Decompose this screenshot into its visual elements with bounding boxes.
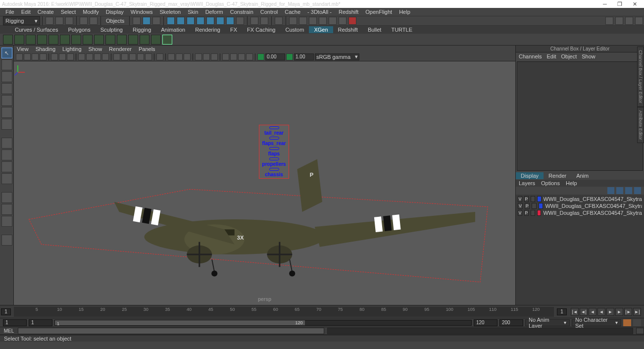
snap-live-icon[interactable]: [216, 17, 224, 25]
layer-playback[interactable]: P: [524, 210, 529, 216]
step-forward-key-icon[interactable]: |►: [624, 308, 632, 316]
msaa-icon[interactable]: [238, 53, 245, 60]
rig-control-ui[interactable]: tail_rearflaps_rearflapspropellerschassi…: [259, 125, 289, 179]
construction-history-icon[interactable]: [275, 17, 283, 25]
ipr-render-icon[interactable]: [299, 17, 307, 25]
shelf-icon-14[interactable]: [162, 35, 172, 45]
rig-control-icon[interactable]: [269, 137, 279, 140]
menu-openflight[interactable]: OpenFlight: [362, 8, 396, 15]
snap-center-icon[interactable]: [226, 17, 234, 25]
shelf-icon-10[interactable]: [117, 35, 127, 45]
shaded-icon[interactable]: [121, 53, 128, 60]
camera-attr-icon[interactable]: [32, 53, 39, 60]
shelf-tab-fx-caching[interactable]: FX Caching: [242, 26, 280, 33]
shelf-tab-rigging[interactable]: Rigging: [128, 26, 156, 33]
rig-control-flaps-rear[interactable]: flaps_rear: [262, 141, 286, 146]
layer-type[interactable]: [532, 203, 537, 209]
shelf-tab-animation[interactable]: Animation: [156, 26, 190, 33]
component-editor-icon[interactable]: [1, 216, 12, 227]
outliner-icon[interactable]: [1, 192, 12, 203]
exposure-toggle-icon[interactable]: [257, 53, 264, 60]
shelf-icon-13[interactable]: [151, 35, 161, 45]
shelf-tab-redshift[interactable]: Redshift: [333, 26, 363, 33]
bookmark-icon[interactable]: [40, 53, 47, 60]
layer-menu-help[interactable]: Help: [566, 180, 577, 186]
render-view-icon[interactable]: [319, 17, 327, 25]
layer-menu-options[interactable]: Options: [541, 180, 560, 186]
render-frame-icon[interactable]: [289, 17, 297, 25]
layer-row[interactable]: VPWWII_Douglas_CFBXASC04547_Skytrain_Rig…: [517, 209, 643, 216]
step-back-icon[interactable]: ◄: [589, 308, 596, 316]
render-settings-icon[interactable]: [309, 17, 317, 25]
shelf-icon-12[interactable]: [140, 35, 149, 45]
grid-icon[interactable]: [78, 53, 85, 60]
snap-plane-icon[interactable]: [197, 17, 204, 25]
auto-key-icon[interactable]: [623, 319, 631, 326]
time-slider[interactable]: 1 51015202530354045505560657075808590951…: [0, 305, 644, 318]
rig-control-chassis[interactable]: chassis: [265, 172, 283, 177]
step-forward-icon[interactable]: ►: [615, 308, 623, 316]
range-start-b[interactable]: 1: [29, 319, 52, 326]
move-layer-up-icon[interactable]: [607, 187, 614, 194]
shelf-icon-11[interactable]: [128, 35, 138, 45]
minimize-button[interactable]: ─: [597, 0, 612, 7]
menu-edit[interactable]: Edit: [18, 8, 34, 15]
side-tab-channel-box-layer-editor[interactable]: Channel Box / Layer Editor: [637, 47, 644, 107]
shelf-tab-polygons[interactable]: Polygons: [63, 26, 95, 33]
rig-control-propellers[interactable]: propellers: [262, 161, 286, 167]
rig-control-icon[interactable]: [269, 157, 279, 160]
ao-icon[interactable]: [222, 53, 229, 60]
shelf-tab-curves-surfaces[interactable]: Curves / Surfaces: [10, 26, 63, 33]
channel-menu-show[interactable]: Show: [582, 53, 595, 59]
expand-toolbox-icon[interactable]: [1, 235, 12, 246]
command-input[interactable]: [18, 328, 324, 334]
menu-file[interactable]: File: [2, 8, 18, 15]
layer-visibility[interactable]: V: [518, 203, 523, 209]
output-conn-icon[interactable]: [260, 17, 268, 25]
new-scene-icon[interactable]: [46, 17, 53, 25]
range-start-a[interactable]: 1: [3, 319, 27, 326]
gate-mask-icon[interactable]: [102, 53, 109, 60]
rig-control-icon[interactable]: [269, 126, 279, 129]
viewport[interactable]: P: [14, 61, 515, 305]
dof-icon[interactable]: [246, 53, 253, 60]
menu-help[interactable]: Help: [396, 8, 414, 15]
lock-camera-icon[interactable]: [24, 53, 31, 60]
layer-visibility[interactable]: V: [518, 196, 522, 202]
rig-control-tail-rear[interactable]: tail_rear: [264, 130, 284, 136]
channel-menu-channels[interactable]: Channels: [519, 53, 542, 59]
vp-menu-show[interactable]: Show: [89, 46, 102, 52]
snap-curve-icon[interactable]: [177, 17, 185, 25]
layout-single-icon[interactable]: [1, 138, 12, 149]
shelf-icon-2[interactable]: [26, 35, 36, 45]
textured-icon[interactable]: [129, 53, 136, 60]
layout-two-stack-icon[interactable]: [1, 173, 12, 184]
rig-control-icon[interactable]: [269, 168, 279, 171]
command-language-label[interactable]: MEL: [0, 328, 18, 334]
panel-layout-1-icon[interactable]: [605, 17, 613, 25]
menu-modify[interactable]: Modify: [79, 8, 102, 15]
vp-menu-renderer[interactable]: Renderer: [109, 46, 132, 52]
menu-redshift[interactable]: Redshift: [335, 8, 362, 15]
last-tool[interactable]: [1, 119, 12, 130]
play-back-icon[interactable]: ◄: [597, 308, 605, 316]
shelf-icon-0[interactable]: [3, 35, 13, 45]
character-set-select[interactable]: No Character Set ▾: [572, 319, 621, 326]
step-back-key-icon[interactable]: ◄|: [580, 308, 588, 316]
undo-icon[interactable]: [80, 17, 88, 25]
shelf-icon-7[interactable]: [83, 35, 93, 45]
layout-four-icon[interactable]: [1, 150, 12, 160]
xray-joints-icon[interactable]: [176, 53, 183, 60]
new-layer-assign-icon[interactable]: [634, 187, 641, 194]
vp-menu-shading[interactable]: Shading: [36, 46, 55, 52]
layout-two-side-icon[interactable]: [1, 161, 12, 172]
shelf-icon-9[interactable]: [105, 35, 115, 45]
play-forward-icon[interactable]: ►: [606, 308, 614, 316]
isolate-select-icon[interactable]: [156, 53, 163, 60]
redo-icon[interactable]: [90, 17, 98, 25]
channel-menu-object[interactable]: Object: [561, 53, 577, 59]
snap-grid-icon[interactable]: [167, 17, 175, 25]
layer-playback[interactable]: P: [525, 203, 530, 209]
shelf-icon-4[interactable]: [49, 35, 58, 45]
layer-visibility[interactable]: V: [518, 210, 522, 216]
